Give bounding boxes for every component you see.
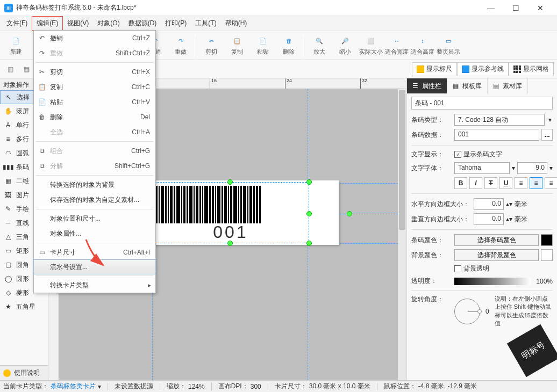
toggle-ruler[interactable]: 显示标尺 [412,62,457,76]
toggle-grid[interactable]: 显示网格 [509,62,554,76]
tb-zoomout[interactable]: 🔎缩小 [332,33,358,59]
dropdown-icon[interactable]: ▾ [512,164,515,172]
label-font: 文字字体： [411,164,451,173]
bcdata-more-button[interactable]: ... [541,129,553,141]
maximize-button[interactable]: ☐ [503,0,528,16]
status-datasource: 未设置数据源 [115,382,153,391]
redo-icon: ↷ [37,48,47,58]
menu-object[interactable]: 对象(O) [93,17,124,30]
minimize-button[interactable]: — [479,0,503,16]
btn-bccolor[interactable]: 选择条码颜色 [454,234,539,246]
btn-italic[interactable]: I [469,177,482,189]
menu-file[interactable]: 文件(F) [2,17,32,30]
opacity-value: 100% [536,278,553,285]
vertical-scrollbar[interactable] [398,89,406,380]
tb-fith[interactable]: ↕适合高度 [410,33,435,59]
mi-convert[interactable]: 转换卡片类型 [34,278,155,293]
input-bcdata[interactable]: 001 [454,129,539,141]
tb-copy[interactable]: 📋复制 [224,33,250,59]
mi-copy[interactable]: 📋复制Ctrl+C [34,79,155,95]
mi-objprops[interactable]: 对象属性... [34,226,155,241]
tab-templates[interactable]: ▦模板库 [447,78,488,93]
slider-opacity[interactable] [454,278,531,285]
tb-delete[interactable]: 🗑删除 [276,33,302,59]
btn-align-center[interactable]: ≡ [530,177,542,189]
align-center-button[interactable]: ▦ [19,62,33,76]
tool-star[interactable]: ★五角星 [0,300,48,314]
tb-redo[interactable]: ↷重做 [168,33,194,59]
mi-delete[interactable]: 🗑删除Del [34,110,155,125]
handle-e[interactable] [306,211,312,216]
menu-print[interactable]: 打印(P) [161,17,191,30]
mi-setbg[interactable]: 转换选择的对象为背景 [34,177,155,192]
help-link[interactable]: 使用说明 [0,365,48,380]
handle-s[interactable] [227,241,233,246]
delete-icon: 🗑 [283,35,295,47]
btn-align-right[interactable]: ≡ [545,177,557,189]
menu-datasource[interactable]: 数据源(D) [124,17,161,30]
handle-n[interactable] [227,179,233,185]
mi-selall[interactable]: 全选Ctrl+A [34,125,155,140]
label-opacity: 透明度： [411,277,451,286]
barcode-icon: ▮▮▮ [3,162,13,172]
tb-new[interactable]: 📄新建 [3,33,29,59]
tb-fitpage[interactable]: ▭整页显示 [435,33,461,59]
tb-fitw[interactable]: ↔适合宽度 [384,33,410,59]
select-bctype[interactable]: 7. Code-128 自动 [454,114,545,126]
select-font[interactable]: Tahoma [454,162,510,174]
menu-view[interactable]: 视图(V) [63,17,93,30]
rotate-dial[interactable] [454,299,480,324]
input-vmargin[interactable]: 0.0 [474,213,504,225]
swatch-bgcolor[interactable] [541,249,553,261]
redo-icon: ↷ [175,35,187,47]
mi-possize[interactable]: 对象位置和尺寸... [34,211,155,226]
tab-assets[interactable]: ▤素材库 [488,78,528,93]
tab-properties[interactable]: ☰属性栏 [407,78,447,93]
mi-undo[interactable]: ↶撤销Ctrl+Z [34,31,155,46]
mi-cut[interactable]: ✂剪切Ctrl+X [34,64,155,79]
handle-ne[interactable] [306,179,312,185]
btn-bold[interactable]: B [454,177,467,189]
btn-bgcolor[interactable]: 选择背景颜色 [454,249,539,261]
window-title: 神奇条码标签打印系统 6.0 - 未命名1.lbcp* [16,3,479,12]
close-button[interactable]: ✕ [528,0,553,16]
spinner-icon[interactable]: ▴▾ [506,215,512,223]
mi-group[interactable]: ⧉组合Ctrl+G [34,143,155,158]
object-name-field[interactable]: 条码 - 001 [411,97,553,110]
mi-ungroup[interactable]: ⧉分解Shift+Ctrl+G [34,158,155,173]
toggle-guides[interactable]: 显示参考线 [457,62,509,76]
tb-cut[interactable]: ✂剪切 [198,33,224,59]
mi-redo[interactable]: ↷重做Shift+Ctrl+Z [34,46,155,61]
checkbox-showtext[interactable]: ✓ [454,151,461,158]
checkbox-bgtrans[interactable] [454,265,461,272]
scrollbar-thumb[interactable] [399,90,405,230]
ruler-icon [417,66,424,73]
tb-paste[interactable]: 📄粘贴 [250,33,276,59]
menu-help[interactable]: 帮助(H) [221,17,252,30]
copy-icon: 📋 [231,35,243,47]
tb-zoomin[interactable]: 🔍放大 [306,33,332,59]
tb-actual[interactable]: ⬜实际大小 [358,33,384,59]
menu-edit[interactable]: 编辑(E) [32,16,63,31]
status-cardtype-value[interactable]: 条码标签类卡片 [51,382,96,391]
mi-serial[interactable]: 流水号设置... [33,259,156,274]
align-left-button[interactable]: ▥ [3,62,17,76]
mi-paste[interactable]: 📄粘贴Ctrl+V [34,95,155,110]
handle-rotate[interactable] [347,211,352,216]
spinner-icon[interactable]: ▴▾ [506,200,512,208]
dropdown-icon[interactable]: ▾ [547,116,553,124]
swatch-bccolor[interactable] [541,234,553,246]
btn-underline[interactable]: U [499,177,512,189]
mi-cardsize[interactable]: ▭卡片尺寸Ctrl+Alt+I [34,245,155,260]
handle-se[interactable] [306,241,312,246]
btn-align-left[interactable]: ≡ [515,177,527,189]
dropdown-icon[interactable]: ▾ [98,383,101,390]
input-hmargin[interactable]: 0.0 [474,198,504,210]
mi-saveasset[interactable]: 保存选择的对象为自定义素材... [34,192,155,207]
properties-panel: ☰属性栏 ▦模板库 ▤素材库 条码 - 001 条码类型： 7. Code-12… [406,78,557,380]
dropdown-icon[interactable]: ▾ [549,164,553,172]
btn-strike[interactable]: T [484,177,497,189]
menu-tools[interactable]: 工具(T) [191,17,220,30]
input-fontsize[interactable]: 9.0 [517,162,547,174]
label-bctype: 条码类型： [411,115,451,125]
